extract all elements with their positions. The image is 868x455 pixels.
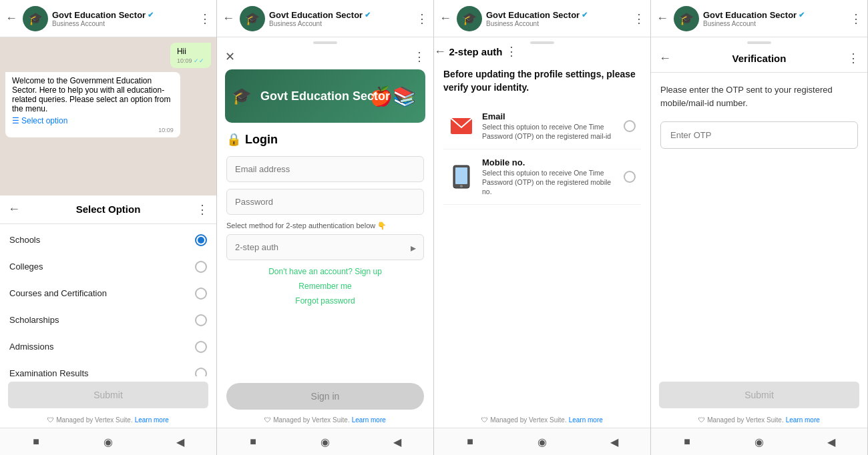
- chat-bubble-in: Welcome to the Government Education Sect…: [5, 72, 180, 137]
- wa-header-2: ← 🎓 Govt Education Sector ✔ Business Acc…: [217, 0, 433, 37]
- learn-more-1[interactable]: Learn more: [135, 416, 169, 424]
- vertex-icon-2: 🛡: [264, 416, 271, 424]
- back-arrow-3[interactable]: ←: [439, 11, 451, 25]
- submit-button-4[interactable]: Submit: [659, 382, 859, 408]
- list-icon: ☰: [12, 116, 19, 125]
- option-colleges[interactable]: Colleges: [0, 254, 216, 280]
- chat-time-in: 10:09: [12, 127, 174, 133]
- nav-square-2[interactable]: ■: [245, 434, 261, 450]
- email-input[interactable]: [226, 156, 424, 182]
- option-courses[interactable]: Courses and Certification: [0, 280, 216, 307]
- panel-2-login: ← 🎓 Govt Education Sector ✔ Business Acc…: [217, 0, 434, 455]
- mobile-option-title: Mobile no.: [482, 157, 616, 167]
- wa-header-4: ← 🎓 Govt Education Sector ✔ Business Acc…: [651, 0, 867, 37]
- mobile-icon: [449, 164, 474, 189]
- nav-back-2[interactable]: ◀: [389, 434, 405, 450]
- footer-1: 🛡 Managed by Vertex Suite. Learn more: [0, 414, 216, 428]
- sub-title-1: Business Account: [52, 20, 195, 27]
- verified-badge-3: ✔: [582, 11, 588, 19]
- banner-text: Govt Education Sector: [260, 89, 390, 103]
- nav-square-3[interactable]: ■: [462, 434, 478, 450]
- radio-colleges[interactable]: [195, 261, 207, 273]
- otp-input[interactable]: [660, 121, 858, 149]
- close-button[interactable]: ✕: [225, 49, 235, 64]
- nav-circle-1[interactable]: ◉: [100, 434, 116, 450]
- vertex-icon: 🛡: [47, 416, 54, 424]
- learn-more-2[interactable]: Learn more: [352, 416, 386, 424]
- email-option-desc: Select this optuion to receive One Time …: [482, 123, 616, 141]
- nav-back-1[interactable]: ◀: [172, 434, 188, 450]
- email-option-title: Email: [482, 111, 616, 121]
- p4-description: Please enter the OTP sent to your regist…: [660, 83, 858, 109]
- radio-schools[interactable]: [195, 234, 207, 246]
- avatar-3: 🎓: [457, 6, 482, 31]
- nav-back-3[interactable]: ◀: [606, 434, 622, 450]
- option-list: Schools Colleges Courses and Certificati…: [0, 224, 216, 377]
- verified-badge-1: ✔: [148, 11, 154, 19]
- option-scholarships[interactable]: Scholarships: [0, 307, 216, 334]
- mobile-option-info: Mobile no. Select this optuion to receiv…: [482, 157, 616, 196]
- drag-top-4: [651, 37, 867, 44]
- header-dots-3[interactable]: ⋮: [633, 11, 645, 26]
- option-exam-results[interactable]: Examination Results: [0, 360, 216, 377]
- avatar-1: 🎓: [23, 6, 48, 31]
- email-option-info: Email Select this optuion to receive One…: [482, 111, 616, 141]
- select-option-dots[interactable]: ⋮: [196, 202, 208, 217]
- avatar-2: 🎓: [240, 6, 265, 31]
- forgot-link[interactable]: Forgot password: [226, 296, 424, 306]
- p3-dots[interactable]: ⋮: [505, 45, 517, 58]
- remember-link[interactable]: Remember me: [226, 282, 424, 291]
- p4-dots[interactable]: ⋮: [847, 51, 859, 65]
- nav-circle-4[interactable]: ◉: [751, 434, 767, 450]
- radio-mobile[interactable]: [624, 171, 636, 183]
- nav-bar-1: ■ ◉ ◀: [0, 428, 216, 455]
- radio-scholarships[interactable]: [195, 314, 207, 326]
- verified-badge-2: ✔: [365, 11, 371, 19]
- submit-button-1[interactable]: Submit: [8, 382, 208, 408]
- signup-link[interactable]: Don't have an account? Sign up: [226, 267, 424, 276]
- app-name-4: Govt Education Sector ✔: [703, 10, 846, 20]
- radio-courses[interactable]: [195, 288, 207, 300]
- nav-circle-3[interactable]: ◉: [534, 434, 550, 450]
- p4-back-btn[interactable]: ←: [659, 51, 671, 65]
- login-links: Don't have an account? Sign up Remember …: [226, 260, 424, 312]
- footer-4: 🛡 Managed by Vertex Suite. Learn more: [651, 414, 867, 428]
- header-dots-4[interactable]: ⋮: [850, 11, 862, 26]
- select-option-link[interactable]: ☰ Select option: [12, 116, 174, 125]
- email-icon: [449, 113, 474, 139]
- p3-back-btn[interactable]: ←: [434, 45, 446, 58]
- sub-title-2: Business Account: [269, 20, 412, 27]
- header-dots-1[interactable]: ⋮: [199, 11, 211, 26]
- svg-point-3: [460, 185, 463, 187]
- header-dots-2[interactable]: ⋮: [416, 11, 428, 26]
- nav-square-1[interactable]: ■: [28, 434, 44, 450]
- auth-select[interactable]: 2-step auth Email OTP Mobile OTP: [226, 234, 424, 260]
- select-option-back[interactable]: ←: [8, 202, 20, 216]
- vertex-icon-3: 🛡: [481, 416, 488, 424]
- panel-1-chat: ← 🎓 Govt Education Sector ✔ Business Acc…: [0, 0, 217, 455]
- learn-more-4[interactable]: Learn more: [786, 416, 820, 424]
- option-schools[interactable]: Schools: [0, 227, 216, 254]
- back-arrow-2[interactable]: ←: [222, 11, 234, 25]
- header-info-1: Govt Education Sector ✔ Business Account: [52, 10, 195, 27]
- nav-circle-2[interactable]: ◉: [317, 434, 333, 450]
- signin-button[interactable]: Sign in: [226, 383, 424, 410]
- nav-square-4[interactable]: ■: [679, 434, 695, 450]
- select-option-header: ← Select Option ⋮: [0, 195, 216, 224]
- radio-email[interactable]: [624, 120, 636, 132]
- back-arrow-1[interactable]: ←: [5, 11, 17, 25]
- auth-option-mobile[interactable]: Mobile no. Select this optuion to receiv…: [443, 149, 641, 205]
- auth-option-email[interactable]: Email Select this optuion to receive One…: [443, 103, 641, 149]
- panel-3-2step: ← 🎓 Govt Education Sector ✔ Business Acc…: [434, 0, 651, 455]
- footer-3: 🛡 Managed by Vertex Suite. Learn more: [434, 414, 650, 428]
- chat-time-out: 10:09 ✓✓: [177, 57, 204, 64]
- back-arrow-4[interactable]: ←: [656, 11, 668, 25]
- learn-more-3[interactable]: Learn more: [569, 416, 603, 424]
- radio-exam-results[interactable]: [195, 368, 207, 377]
- vertex-icon-4: 🛡: [698, 416, 705, 424]
- nav-back-4[interactable]: ◀: [823, 434, 839, 450]
- option-admissions[interactable]: Admissions: [0, 334, 216, 360]
- password-input[interactable]: [226, 189, 424, 215]
- radio-admissions[interactable]: [195, 341, 207, 353]
- login-dots[interactable]: ⋮: [413, 49, 425, 64]
